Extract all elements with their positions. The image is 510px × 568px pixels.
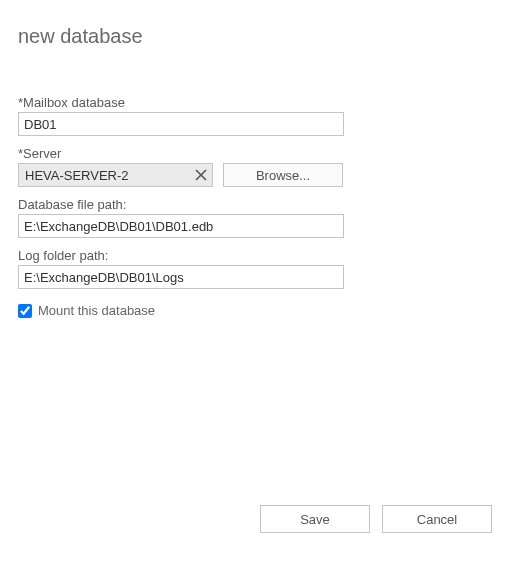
server-row: HEVA-SERVER-2 Browse... bbox=[18, 163, 348, 187]
clear-server-icon[interactable] bbox=[190, 164, 212, 186]
server-label: *Server bbox=[18, 146, 348, 161]
database-form: *Mailbox database *Server HEVA-SERVER-2 … bbox=[18, 85, 348, 318]
new-database-dialog: new database *Mailbox database *Server H… bbox=[0, 0, 510, 568]
database-file-path-input[interactable] bbox=[18, 214, 344, 238]
browse-button[interactable]: Browse... bbox=[223, 163, 343, 187]
save-button[interactable]: Save bbox=[260, 505, 370, 533]
mailbox-database-label: *Mailbox database bbox=[18, 95, 348, 110]
mount-database-row: Mount this database bbox=[18, 303, 348, 318]
page-title: new database bbox=[18, 25, 143, 48]
log-folder-path-input[interactable] bbox=[18, 265, 344, 289]
cancel-button[interactable]: Cancel bbox=[382, 505, 492, 533]
server-selected: HEVA-SERVER-2 bbox=[18, 163, 213, 187]
mount-database-checkbox[interactable] bbox=[18, 304, 32, 318]
mailbox-database-input[interactable] bbox=[18, 112, 344, 136]
database-file-path-label: Database file path: bbox=[18, 197, 348, 212]
server-name: HEVA-SERVER-2 bbox=[19, 168, 190, 183]
dialog-footer: Save Cancel bbox=[260, 505, 492, 533]
log-folder-path-label: Log folder path: bbox=[18, 248, 348, 263]
mount-database-label[interactable]: Mount this database bbox=[38, 303, 155, 318]
close-icon bbox=[195, 169, 207, 181]
